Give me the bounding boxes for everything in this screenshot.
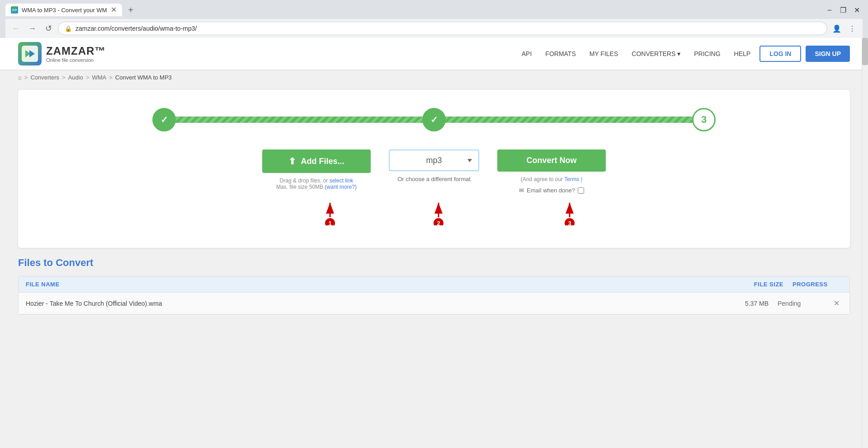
nav-help[interactable]: HELP — [734, 50, 751, 57]
annotations-svg: 1 2 3 — [32, 198, 836, 225]
scrollbar-thumb[interactable] — [862, 38, 868, 65]
column-header-size: FILE SIZE — [738, 281, 783, 288]
page-content: ZAMZAR™ Online file conversion API FORMA… — [0, 38, 868, 448]
step-1-circle: ✓ — [152, 108, 176, 131]
email-notification-row: ✉ Email when done? — [519, 187, 584, 194]
want-more-link[interactable]: (want more?) — [325, 184, 357, 190]
menu-button[interactable]: ⋮ — [845, 22, 859, 35]
max-file-text: Max. file size 50MB — [276, 184, 323, 190]
url-text: zamzar.com/converters/audio/wma-to-mp3/ — [75, 25, 821, 32]
format-section: mp3 wav ogg flac Or choose a different f… — [389, 149, 479, 182]
logo[interactable]: ZAMZAR™ Online file conversion — [18, 42, 106, 65]
navigation-bar: ZAMZAR™ Online file conversion API FORMA… — [0, 38, 868, 70]
back-button[interactable]: ← — [9, 22, 23, 35]
agree-close: ) — [580, 176, 582, 182]
files-section: Files to Convert FILE NAME FILE SIZE PRO… — [18, 257, 850, 315]
add-files-section: ⬆ Add Files... Drag & drop files, or sel… — [262, 149, 371, 190]
column-header-progress: PROGRESS — [783, 281, 842, 288]
email-checkbox[interactable] — [578, 187, 584, 194]
converter-card: ✓ ✓ 3 ⬆ Add Files... — [18, 90, 850, 248]
files-table-header: FILE NAME FILE SIZE PROGRESS — [19, 276, 849, 293]
add-files-label: Add Files... — [301, 157, 344, 166]
files-title-colored: Convert — [56, 257, 93, 268]
progress-steps: ✓ ✓ 3 — [32, 108, 836, 131]
format-hint: Or choose a different format — [397, 176, 471, 182]
nav-converters-label: CONVERTERS — [632, 50, 675, 57]
breadcrumb-converters[interactable]: Converters — [30, 74, 59, 81]
browser-tab[interactable]: >> WMA to MP3 - Convert your WM ✕ — [5, 4, 122, 16]
scrollbar[interactable] — [862, 38, 868, 448]
browser-titlebar: >> WMA to MP3 - Convert your WM ✕ + – ❐ … — [5, 4, 863, 16]
nav-formats[interactable]: FORMATS — [545, 50, 576, 57]
file-size: 5.37 MB — [723, 300, 769, 307]
breadcrumb-audio[interactable]: Audio — [68, 74, 83, 81]
home-icon: ⌂ — [18, 74, 22, 81]
files-table: FILE NAME FILE SIZE PROGRESS Hozier - Ta… — [18, 276, 850, 315]
email-label: Email when done? — [527, 187, 575, 194]
step-2-check: ✓ — [430, 114, 438, 125]
file-status: Pending — [769, 300, 827, 307]
step-3-circle: 3 — [692, 108, 716, 131]
breadcrumb-wma[interactable]: WMA — [92, 74, 106, 81]
email-icon: ✉ — [519, 187, 524, 194]
window-close-button[interactable]: ✕ — [851, 4, 863, 16]
svg-text:2: 2 — [437, 220, 440, 225]
minimize-button[interactable]: – — [824, 4, 835, 16]
convert-hint: (And agree to our Terms ) — [521, 176, 583, 182]
tab-close-button[interactable]: ✕ — [111, 6, 117, 14]
breadcrumb: ⌂ > Converters > Audio > WMA > Convert W… — [0, 70, 868, 85]
annotations-area: 1 2 3 — [32, 198, 836, 225]
breadcrumb-separator-4: > — [109, 74, 113, 81]
drag-drop-text: Drag & drop files, or — [280, 177, 328, 184]
login-button[interactable]: LOG IN — [760, 46, 801, 62]
add-files-button[interactable]: ⬆ Add Files... — [262, 149, 371, 173]
step-2-circle: ✓ — [422, 108, 446, 131]
main-nav: API FORMATS MY FILES CONVERTERS ▾ PRICIN… — [522, 50, 750, 57]
reload-button[interactable]: ↺ — [42, 22, 55, 35]
tab-title: WMA to MP3 - Convert your WM — [22, 7, 107, 14]
logo-text: ZAMZAR™ Online file conversion — [46, 45, 106, 63]
browser-toolbar: ← → ↺ 🔒 zamzar.com/converters/audio/wma-… — [5, 19, 863, 38]
toolbar-right-buttons: 👤 ⋮ — [830, 22, 859, 35]
converters-dropdown-icon: ▾ — [677, 50, 680, 57]
file-name: Hozier - Take Me To Church (Official Vid… — [26, 300, 723, 307]
signup-button[interactable]: SIGN UP — [806, 46, 850, 62]
page-viewport: ZAMZAR™ Online file conversion API FORMA… — [0, 38, 868, 448]
browser-chrome: >> WMA to MP3 - Convert your WM ✕ + – ❐ … — [0, 0, 868, 38]
step-3-number: 3 — [701, 114, 707, 126]
nav-auth-buttons: LOG IN SIGN UP — [760, 46, 850, 62]
select-link[interactable]: select link — [330, 177, 354, 184]
terms-link[interactable]: Terms — [564, 176, 579, 182]
nav-converters[interactable]: CONVERTERS ▾ — [632, 50, 680, 57]
forward-button[interactable]: → — [25, 22, 39, 35]
maximize-button[interactable]: ❐ — [837, 4, 849, 16]
convert-now-button[interactable]: Convert Now — [497, 149, 606, 172]
nav-api[interactable]: API — [522, 50, 532, 57]
table-row: Hozier - Take Me To Church (Official Vid… — [19, 293, 849, 314]
step-1-check: ✓ — [160, 114, 168, 125]
profile-button[interactable]: 👤 — [830, 22, 844, 35]
converter-actions: ⬆ Add Files... Drag & drop files, or sel… — [32, 149, 836, 194]
steps-wrapper: ✓ ✓ 3 — [152, 108, 716, 131]
format-select[interactable]: mp3 wav ogg flac — [389, 149, 479, 171]
ssl-lock-icon: 🔒 — [65, 25, 72, 32]
address-bar[interactable]: 🔒 zamzar.com/converters/audio/wma-to-mp3… — [58, 22, 827, 35]
window-controls: – ❐ ✕ — [824, 4, 863, 16]
agree-text: (And agree to our — [521, 176, 563, 182]
upload-icon: ⬆ — [288, 156, 296, 167]
breadcrumb-separator-3: > — [86, 74, 90, 81]
files-section-title: Files to Convert — [18, 257, 850, 269]
nav-pricing[interactable]: PRICING — [694, 50, 720, 57]
convert-section: Convert Now (And agree to our Terms ) ✉ … — [497, 149, 606, 194]
add-files-hint: Drag & drop files, or select link Max. f… — [276, 177, 357, 190]
column-header-name: FILE NAME — [26, 281, 738, 288]
files-title-plain: Files to — [18, 257, 53, 268]
svg-text:3: 3 — [568, 220, 571, 225]
file-remove-button[interactable]: ✕ — [831, 298, 842, 308]
breadcrumb-separator-1: > — [24, 74, 28, 81]
breadcrumb-separator-2: > — [62, 74, 66, 81]
nav-my-files[interactable]: MY FILES — [590, 50, 618, 57]
breadcrumb-home[interactable]: ⌂ — [18, 74, 22, 81]
new-tab-button[interactable]: + — [126, 5, 137, 15]
logo-name: ZAMZAR™ — [46, 45, 106, 57]
